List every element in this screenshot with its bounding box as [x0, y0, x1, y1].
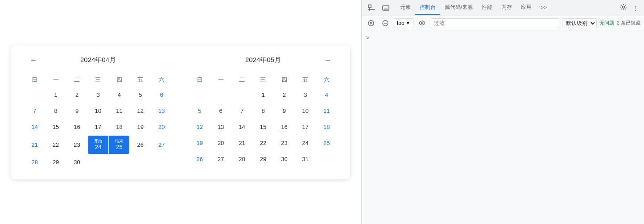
april-header: ← 2024年04月 → [25, 54, 172, 66]
may-empty-end [317, 152, 337, 167]
tab-application[interactable]: 应用 [516, 1, 536, 15]
april-day-3[interactable]: 3 [88, 87, 108, 103]
may-day-29[interactable]: 29 [253, 152, 273, 167]
prev-month-btn[interactable]: ← [26, 54, 41, 66]
console-toolbar: top ▼ 默认级别 无问题 2 条已隐藏 [362, 16, 644, 30]
april-day-18[interactable]: 18 [109, 120, 129, 135]
may-day-10[interactable]: 10 [295, 104, 315, 119]
april-day-27[interactable]: 27 [152, 136, 172, 154]
april-day-8[interactable]: 8 [45, 104, 66, 119]
april-header-wed: 三 [88, 73, 108, 87]
may-day-28[interactable]: 28 [232, 152, 252, 167]
may-grid: 日 一 二 三 四 五 六 1 2 3 4 5 6 7 8 9 [190, 73, 337, 167]
april-day-17[interactable]: 17 [88, 120, 108, 135]
april-day-1[interactable]: 1 [45, 87, 66, 103]
filter-input[interactable] [431, 18, 559, 28]
april-day-29[interactable]: 29 [45, 155, 66, 170]
may-day-9[interactable]: 9 [274, 104, 294, 119]
april-empty-7 [152, 155, 172, 170]
april-day-12[interactable]: 12 [130, 104, 150, 119]
april-header-thu: 四 [109, 73, 129, 87]
april-day-14[interactable]: 14 [25, 120, 45, 135]
tab-console[interactable]: 控制台 [415, 1, 440, 15]
april-day-13[interactable]: 13 [152, 104, 172, 119]
may-day-11[interactable]: 11 [317, 104, 337, 119]
block-btn[interactable] [380, 18, 391, 28]
may-day-2[interactable]: 2 [274, 87, 294, 103]
may-day-16[interactable]: 16 [274, 120, 294, 135]
top-label: top [397, 20, 405, 26]
april-title: 2024年04月 [80, 56, 116, 64]
may-day-19[interactable]: 19 [190, 136, 210, 151]
may-day-1[interactable]: 1 [253, 87, 273, 103]
april-day-19[interactable]: 19 [130, 120, 150, 135]
april-day-5[interactable]: 5 [130, 87, 150, 103]
gear-btn[interactable] [618, 2, 629, 14]
may-day-4[interactable]: 4 [317, 87, 337, 103]
may-day-27[interactable]: 27 [211, 152, 231, 167]
april-day-10[interactable]: 10 [88, 104, 108, 119]
log-level-select[interactable]: 默认级别 [562, 18, 597, 28]
may-day-13[interactable]: 13 [211, 120, 231, 135]
inspect-icon [368, 4, 375, 12]
tab-memory[interactable]: 内存 [497, 1, 516, 15]
april-day-20[interactable]: 20 [152, 120, 172, 135]
may-day-3[interactable]: 3 [295, 87, 315, 103]
tab-sources[interactable]: 源代码/来源 [440, 1, 477, 15]
april-day-11[interactable]: 11 [109, 104, 129, 119]
may-title: 2024年05月 [245, 56, 281, 64]
may-day-15[interactable]: 15 [253, 120, 273, 135]
may-day-18[interactable]: 18 [317, 120, 337, 135]
start-label: 开始 [94, 139, 102, 143]
may-empty-1 [190, 87, 210, 103]
next-month-btn[interactable]: → [321, 54, 335, 66]
may-day-30[interactable]: 30 [274, 152, 294, 167]
may-day-26[interactable]: 26 [190, 152, 210, 167]
april-day-24-start[interactable]: 开始 24 [88, 136, 108, 154]
april-day-25-end[interactable]: 结束 25 [109, 136, 129, 154]
april-day-21[interactable]: 21 [25, 136, 45, 154]
may-day-20[interactable]: 20 [211, 136, 231, 151]
device-icon-btn[interactable] [380, 3, 392, 13]
may-day-23[interactable]: 23 [274, 136, 294, 151]
april-day-30[interactable]: 30 [67, 155, 87, 170]
eye-btn[interactable] [416, 19, 428, 27]
calendars-container: ← 2024年04月 → 日 一 二 三 四 五 六 1 2 3 4 5 6 [11, 46, 350, 179]
context-selector[interactable]: top ▼ [394, 18, 413, 28]
more-options-btn[interactable]: ⋮ [631, 3, 640, 13]
april-day-22[interactable]: 22 [45, 136, 66, 154]
april-day-16[interactable]: 16 [67, 120, 87, 135]
april-day-4[interactable]: 4 [109, 87, 129, 103]
may-day-12[interactable]: 12 [190, 120, 210, 135]
may-header-mon: 一 [211, 73, 231, 87]
may-day-5[interactable]: 5 [190, 104, 210, 119]
may-day-25[interactable]: 25 [317, 136, 337, 151]
may-header-sat: 六 [317, 73, 337, 87]
april-day-2[interactable]: 2 [67, 87, 87, 103]
may-day-31[interactable]: 31 [295, 152, 315, 167]
may-day-22[interactable]: 22 [253, 136, 273, 151]
console-expand-btn[interactable]: > [365, 34, 370, 42]
april-day-28[interactable]: 28 [25, 155, 45, 170]
tab-more[interactable]: >> [536, 2, 551, 14]
may-day-24[interactable]: 24 [295, 136, 315, 151]
april-day-9[interactable]: 9 [67, 104, 87, 119]
april-day-7[interactable]: 7 [25, 104, 45, 119]
april-day-26[interactable]: 26 [130, 136, 150, 154]
inspect-icon-btn[interactable] [365, 3, 378, 13]
may-day-21[interactable]: 21 [232, 136, 252, 151]
may-day-6[interactable]: 6 [211, 104, 231, 119]
april-day-15[interactable]: 15 [45, 120, 66, 135]
may-day-14[interactable]: 14 [232, 120, 252, 135]
may-header-wed: 三 [253, 73, 273, 87]
tab-elements[interactable]: 元素 [396, 1, 415, 15]
may-day-7[interactable]: 7 [232, 104, 252, 119]
may-day-17[interactable]: 17 [295, 120, 315, 135]
april-day-23[interactable]: 23 [67, 136, 87, 154]
clear-console-btn[interactable] [365, 18, 377, 28]
april-day-6[interactable]: 6 [152, 87, 172, 103]
may-day-8[interactable]: 8 [253, 104, 273, 119]
april-calendar: ← 2024年04月 → 日 一 二 三 四 五 六 1 2 3 4 5 6 [25, 54, 172, 170]
tab-performance[interactable]: 性能 [477, 1, 497, 15]
start-num: 24 [95, 144, 101, 150]
